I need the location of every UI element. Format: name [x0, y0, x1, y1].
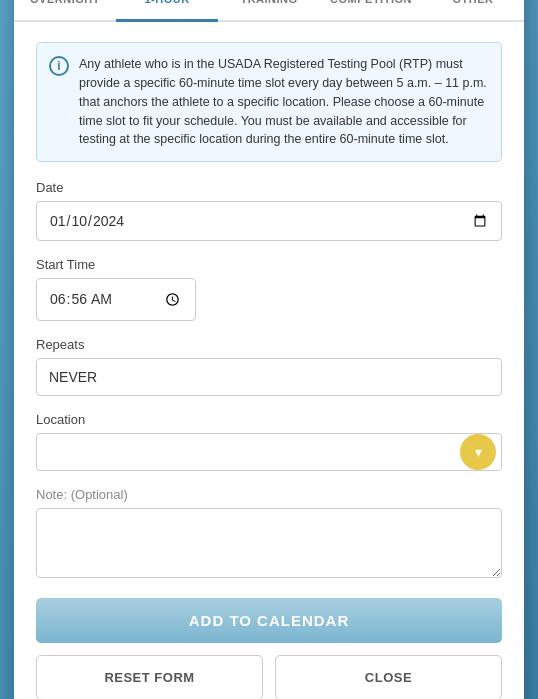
- location-input[interactable]: [36, 433, 502, 471]
- start-time-label: Start Time: [36, 257, 502, 272]
- start-time-input[interactable]: [36, 278, 196, 321]
- date-input[interactable]: [36, 201, 502, 241]
- tab-other[interactable]: OTHER: [422, 0, 524, 22]
- note-textarea[interactable]: [36, 508, 502, 578]
- modal-container: OVERNIGHT 1-HOUR TRAINING COMPETITION OT…: [14, 0, 524, 699]
- tab-competition[interactable]: COMPETITION: [320, 0, 422, 22]
- location-dropdown-button[interactable]: ▾: [460, 434, 496, 470]
- location-row: ▾: [36, 433, 502, 471]
- info-box: i Any athlete who is in the USADA Regist…: [36, 42, 502, 162]
- repeats-label: Repeats: [36, 337, 502, 352]
- modal-content: i Any athlete who is in the USADA Regist…: [14, 22, 524, 699]
- repeats-input[interactable]: [36, 358, 502, 396]
- tab-bar: OVERNIGHT 1-HOUR TRAINING COMPETITION OT…: [14, 0, 524, 22]
- info-icon: i: [49, 56, 69, 76]
- start-time-field-group: Start Time: [36, 257, 502, 321]
- note-field-group: Note: (Optional): [36, 487, 502, 582]
- tab-training[interactable]: TRAINING: [218, 0, 320, 22]
- date-label: Date: [36, 180, 502, 195]
- location-field-group: Location ▾: [36, 412, 502, 471]
- location-label: Location: [36, 412, 502, 427]
- close-button[interactable]: CLOSE: [275, 655, 502, 699]
- chevron-down-icon: ▾: [475, 444, 482, 460]
- bottom-buttons: RESET FORM CLOSE: [36, 655, 502, 699]
- tab-1hour[interactable]: 1-HOUR: [116, 0, 218, 22]
- reset-form-button[interactable]: RESET FORM: [36, 655, 263, 699]
- add-to-calendar-button[interactable]: ADD TO CALENDAR: [36, 598, 502, 643]
- date-field-group: Date: [36, 180, 502, 241]
- tab-overnight[interactable]: OVERNIGHT: [14, 0, 116, 22]
- info-text: Any athlete who is in the USADA Register…: [79, 55, 489, 149]
- note-label: Note: (Optional): [36, 487, 502, 502]
- repeats-field-group: Repeats: [36, 337, 502, 396]
